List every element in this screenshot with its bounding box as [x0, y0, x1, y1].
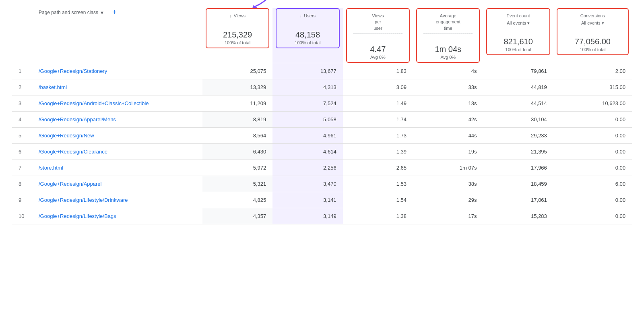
table-row: 7 /store.html 5,972 2,256 2.65 1m 07s 17… [12, 160, 632, 176]
row-avg-engagement: 1m 07s [413, 160, 483, 176]
row-conversions: 0.00 [553, 160, 632, 176]
row-path[interactable]: /Google+Redesign/Apparel [32, 176, 202, 192]
views-subtitle: 100% of total [213, 40, 262, 45]
row-views: 11,209 [202, 95, 272, 112]
row-path[interactable]: /Google+Redesign/Apparel/Mens [32, 112, 202, 128]
event-count-value: 821,610 [493, 37, 543, 46]
views-label: ↓ Views [213, 13, 262, 19]
row-views-per-user: 1.49 [343, 95, 413, 112]
row-event-count: 17,061 [483, 192, 553, 208]
row-views-per-user: 1.53 [343, 176, 413, 192]
avg-engagement-subtitle: Avg 0% [423, 55, 473, 60]
avg-engagement-metric-header: Averageengagementtime 1m 04s Avg 0% [413, 8, 483, 63]
row-views-per-user: 1.38 [343, 208, 413, 224]
row-rank: 7 [12, 160, 32, 176]
event-count-label: Event count [493, 13, 543, 19]
row-avg-engagement: 19s [413, 144, 483, 160]
row-path[interactable]: /store.html [32, 160, 202, 176]
row-conversions: 0.00 [553, 192, 632, 208]
table-row: 8 /Google+Redesign/Apparel 5,321 3,470 1… [12, 176, 632, 192]
row-views-per-user: 3.09 [343, 79, 413, 95]
row-views: 25,075 [202, 63, 272, 79]
views-per-user-value: 4.47 [353, 45, 402, 54]
row-views-per-user: 1.83 [343, 63, 413, 79]
row-users: 4,614 [272, 144, 343, 160]
dimension-dropdown-icon[interactable]: ▾ [101, 9, 103, 16]
add-dimension-button[interactable]: + [112, 8, 117, 17]
row-conversions: 0.00 [553, 144, 632, 160]
conversions-metric-card: Conversions All events ▾ 77,056.00 100% … [557, 8, 629, 55]
row-event-count: 44,819 [483, 79, 553, 95]
row-views-per-user: 1.54 [343, 192, 413, 208]
row-views-per-user: 2.65 [343, 160, 413, 176]
dimension-header-cell: Page path and screen class ▾ + [32, 8, 202, 63]
event-count-dropdown[interactable]: All events ▾ [493, 21, 543, 26]
users-metric-card: ↓ Users 48,158 100% of total [276, 8, 339, 48]
row-avg-engagement: 17s [413, 208, 483, 224]
row-path[interactable]: /Google+Redesign/Lifestyle/Bags [32, 208, 202, 224]
event-count-subtitle: 100% of total [493, 47, 543, 52]
row-views: 8,564 [202, 128, 272, 144]
row-users: 4,961 [272, 128, 343, 144]
conversions-label: Conversions [564, 13, 621, 19]
row-event-count: 29,233 [483, 128, 553, 144]
row-event-count: 17,966 [483, 160, 553, 176]
row-views-per-user: 1.73 [343, 128, 413, 144]
row-rank: 9 [12, 192, 32, 208]
conversions-dropdown[interactable]: All events ▾ [564, 21, 621, 26]
row-views: 6,430 [202, 144, 272, 160]
avg-engagement-label: Averageengagementtime [423, 13, 473, 31]
row-rank: 4 [12, 112, 32, 128]
row-event-count: 30,104 [483, 112, 553, 128]
row-users: 3,141 [272, 192, 343, 208]
row-views: 5,321 [202, 176, 272, 192]
table-row: 10 /Google+Redesign/Lifestyle/Bags 4,357… [12, 208, 632, 224]
row-conversions: 6.00 [553, 176, 632, 192]
row-views: 4,357 [202, 208, 272, 224]
views-sort-icon: ↓ [229, 13, 232, 18]
users-label: ↓ Users [283, 13, 332, 19]
users-metric-header: ↓ Users 48,158 100% of total [272, 8, 343, 63]
row-rank: 2 [12, 79, 32, 95]
row-path[interactable]: /Google+Redesign/Stationery [32, 63, 202, 79]
table-row: 5 /Google+Redesign/New 8,564 4,961 1.73 … [12, 128, 632, 144]
row-avg-engagement: 38s [413, 176, 483, 192]
row-views: 13,329 [202, 79, 272, 95]
row-avg-engagement: 29s [413, 192, 483, 208]
dashed-divider [353, 33, 402, 33]
table-row: 3 /Google+Redesign/Android+Classic+Colle… [12, 95, 632, 112]
row-path[interactable]: /Google+Redesign/Lifestyle/Drinkware [32, 192, 202, 208]
row-conversions: 0.00 [553, 128, 632, 144]
conversions-metric-header: Conversions All events ▾ 77,056.00 100% … [553, 8, 632, 63]
row-avg-engagement: 4s [413, 63, 483, 79]
users-subtitle: 100% of total [283, 40, 332, 45]
row-path[interactable]: /basket.html [32, 79, 202, 95]
row-users: 13,677 [272, 63, 343, 79]
avg-engagement-value: 1m 04s [423, 45, 473, 54]
row-avg-engagement: 42s [413, 112, 483, 128]
row-users: 3,470 [272, 176, 343, 192]
analytics-table: Page path and screen class ▾ + [12, 8, 632, 224]
row-users: 7,524 [272, 95, 343, 112]
row-event-count: 21,395 [483, 144, 553, 160]
row-conversions: 10,623.00 [553, 95, 632, 112]
row-users: 2,256 [272, 160, 343, 176]
row-rank: 1 [12, 63, 32, 79]
views-metric-header: ↓ Views 215,329 100% of total [202, 8, 272, 63]
dashed-divider-2 [423, 33, 473, 33]
row-avg-engagement: 33s [413, 79, 483, 95]
row-rank: 10 [12, 208, 32, 224]
row-conversions: 2.00 [553, 63, 632, 79]
row-path[interactable]: /Google+Redesign/Android+Classic+Collect… [32, 95, 202, 112]
table-row: 1 /Google+Redesign/Stationery 25,075 13,… [12, 63, 632, 79]
table-row: 6 /Google+Redesign/Clearance 6,430 4,614… [12, 144, 632, 160]
row-rank: 6 [12, 144, 32, 160]
event-count-metric-card: Event count All events ▾ 821,610 100% of… [486, 8, 550, 55]
row-users: 4,313 [272, 79, 343, 95]
row-path[interactable]: /Google+Redesign/Clearance [32, 144, 202, 160]
views-per-user-metric-header: Viewsperuser 4.47 Avg 0% [343, 8, 413, 63]
row-path[interactable]: /Google+Redesign/New [32, 128, 202, 144]
row-event-count: 79,861 [483, 63, 553, 79]
row-avg-engagement: 13s [413, 95, 483, 112]
users-sort-icon: ↓ [300, 13, 302, 18]
